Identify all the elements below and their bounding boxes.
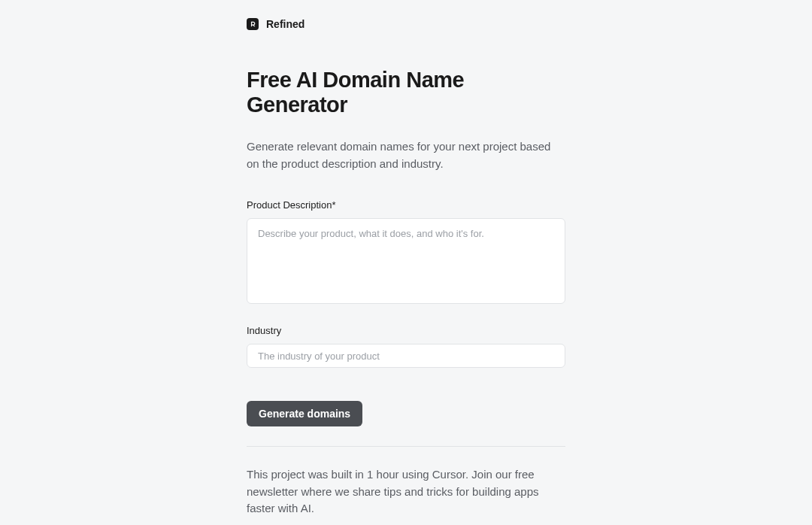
description-group: Product Description* (247, 199, 565, 307)
newsletter-text: This project was built in 1 hour using C… (247, 466, 565, 517)
description-label: Product Description* (247, 199, 565, 211)
generate-button[interactable]: Generate domains (247, 401, 362, 426)
page-subtitle: Generate relevant domain names for your … (247, 138, 565, 172)
industry-group: Industry (247, 325, 565, 368)
industry-label: Industry (247, 325, 565, 336)
description-input[interactable] (247, 218, 565, 304)
header: Refined (247, 18, 565, 30)
logo-icon (247, 18, 259, 30)
industry-input[interactable] (247, 344, 565, 368)
brand-name[interactable]: Refined (266, 18, 304, 30)
page-title: Free AI Domain Name Generator (247, 68, 565, 117)
divider (247, 446, 565, 447)
